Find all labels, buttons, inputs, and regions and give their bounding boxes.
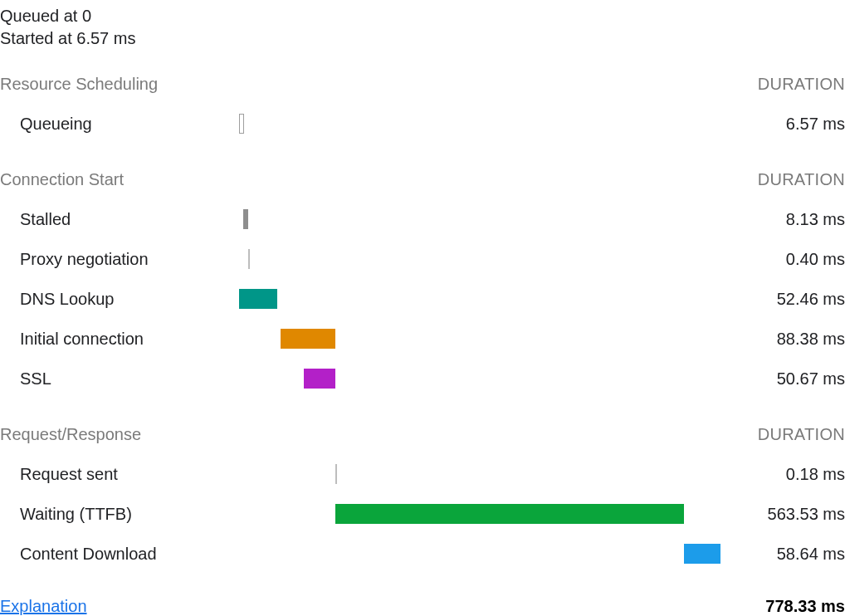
row-label: SSL (0, 369, 239, 389)
row-ssl: SSL 50.67 ms (0, 359, 845, 398)
row-proxy: Proxy negotiation 0.40 ms (0, 239, 845, 279)
row-bar-area (239, 249, 720, 269)
row-download: Content Download 58.64 ms (0, 534, 845, 574)
row-dns: DNS Lookup 52.46 ms (0, 279, 845, 319)
row-bar-area (239, 544, 720, 564)
bar-dns (239, 289, 277, 309)
section-resource-scheduling: Resource Scheduling DURATION Queueing 6.… (0, 75, 845, 144)
section-connection-start: Connection Start DURATION Stalled 8.13 m… (0, 170, 845, 398)
section-request-response: Request/Response DURATION Request sent 0… (0, 425, 845, 574)
duration-col-header: DURATION (758, 170, 845, 189)
row-waiting: Waiting (TTFB) 563.53 ms (0, 494, 845, 534)
row-queueing: Queueing 6.57 ms (0, 104, 845, 144)
row-duration: 6.57 ms (720, 115, 845, 134)
started-at-line: Started at 6.57 ms (0, 29, 845, 48)
row-duration: 58.64 ms (720, 545, 845, 564)
row-bar-area (239, 329, 720, 349)
total-duration: 778.33 ms (765, 597, 845, 616)
bar-initial (281, 329, 335, 349)
row-stalled: Stalled 8.13 ms (0, 199, 845, 239)
footer: Explanation 778.33 ms (0, 597, 845, 616)
bar-proxy (248, 249, 250, 269)
bar-download (684, 544, 720, 564)
bar-waiting (335, 504, 684, 524)
row-bar-area (239, 209, 720, 229)
row-duration: 0.18 ms (720, 465, 845, 484)
row-label: Queueing (0, 115, 239, 134)
row-request-sent: Request sent 0.18 ms (0, 454, 845, 494)
row-duration: 8.13 ms (720, 210, 845, 229)
row-bar-area (239, 289, 720, 309)
row-bar-area (239, 114, 720, 134)
section-header: Connection Start DURATION (0, 170, 845, 189)
queued-at-line: Queued at 0 (0, 7, 845, 26)
section-title: Resource Scheduling (0, 75, 158, 94)
row-label: Stalled (0, 210, 239, 229)
row-duration: 0.40 ms (720, 250, 845, 269)
row-bar-area (239, 464, 720, 484)
row-bar-area (239, 369, 720, 389)
row-label: Proxy negotiation (0, 250, 239, 269)
row-label: Initial connection (0, 330, 239, 349)
row-initial: Initial connection 88.38 ms (0, 319, 845, 359)
row-label: Content Download (0, 545, 239, 564)
duration-col-header: DURATION (758, 75, 845, 94)
row-duration: 88.38 ms (720, 330, 845, 349)
section-title: Request/Response (0, 425, 141, 444)
bar-stalled (243, 209, 248, 229)
bar-queueing (239, 114, 244, 134)
row-duration: 563.53 ms (720, 505, 845, 524)
row-duration: 52.46 ms (720, 290, 845, 309)
section-header: Resource Scheduling DURATION (0, 75, 845, 94)
explanation-link[interactable]: Explanation (0, 597, 87, 616)
section-title: Connection Start (0, 170, 124, 189)
row-label: Waiting (TTFB) (0, 505, 239, 524)
row-label: DNS Lookup (0, 290, 239, 309)
bar-request-sent (335, 464, 337, 484)
duration-col-header: DURATION (758, 425, 845, 444)
row-bar-area (239, 504, 720, 524)
row-duration: 50.67 ms (720, 369, 845, 389)
row-label: Request sent (0, 465, 239, 484)
bar-ssl (304, 369, 335, 389)
section-header: Request/Response DURATION (0, 425, 845, 444)
